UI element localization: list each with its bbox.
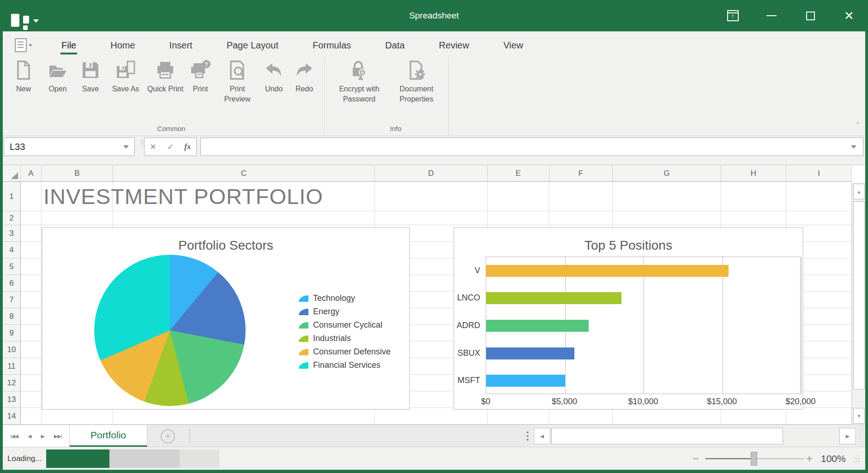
scrollbar-grip[interactable]: ••• (526, 431, 529, 442)
formula-bar-grip[interactable]: ⋮ (139, 141, 143, 145)
tab-view[interactable]: View (502, 38, 524, 53)
cell-E2[interactable] (488, 211, 549, 225)
cell-A14[interactable] (21, 408, 42, 425)
minimize-button[interactable] (761, 5, 782, 26)
collapse-ribbon-icon[interactable]: ˆ (856, 122, 859, 130)
scroll-right-icon[interactable]: ▶ (839, 428, 856, 444)
column-header-b[interactable]: B (42, 165, 113, 182)
zoom-in-button[interactable]: + (806, 447, 813, 470)
scroll-up-icon[interactable]: ▲ (853, 184, 865, 199)
zoom-slider-track-right[interactable] (757, 458, 804, 459)
cell-E14[interactable] (488, 408, 549, 425)
cell-A11[interactable] (21, 358, 42, 375)
zoom-slider-thumb[interactable] (751, 452, 757, 466)
app-menu-button[interactable] (15, 37, 39, 54)
new-button[interactable]: New (7, 55, 40, 122)
next-sheet-icon[interactable]: ▶ (41, 433, 44, 439)
row-header-13[interactable]: 13 (3, 391, 21, 408)
cell-D1[interactable] (375, 182, 488, 211)
save-as-button[interactable]: Save As (105, 55, 146, 122)
row-header-9[interactable]: 9 (3, 325, 21, 341)
horizontal-scrollbar[interactable]: ◀ ▶ (532, 425, 858, 447)
cell-F1[interactable] (549, 182, 613, 211)
column-header-e[interactable]: E (488, 165, 549, 182)
cell-A7[interactable] (21, 292, 42, 308)
cell-I2[interactable] (786, 211, 852, 225)
cell-E1[interactable] (488, 182, 549, 211)
scroll-left-icon[interactable]: ◀ (534, 428, 550, 444)
cell-B14[interactable] (42, 408, 113, 425)
tab-review[interactable]: Review (438, 38, 470, 53)
cell-H2[interactable] (721, 211, 786, 225)
column-header-c[interactable]: C (113, 165, 375, 182)
redo-button[interactable]: Redo (289, 55, 319, 122)
cell-C14[interactable] (113, 408, 375, 425)
last-sheet-icon[interactable]: ▶▶| (54, 433, 62, 439)
row-header-2[interactable]: 2 (3, 211, 21, 225)
tab-data[interactable]: Data (384, 38, 405, 53)
close-button[interactable]: ✕ (838, 5, 860, 26)
column-header-f[interactable]: F (549, 165, 613, 182)
cell-B2[interactable] (42, 211, 113, 225)
cell-I14[interactable] (786, 408, 852, 425)
row-header-1[interactable]: 1 (3, 182, 21, 211)
cell-A5[interactable] (21, 258, 42, 275)
column-header-a[interactable]: A (21, 165, 42, 182)
cell-A6[interactable] (21, 275, 42, 292)
select-all-corner[interactable] (3, 165, 21, 182)
document-properties-button[interactable]: Document Properties (389, 55, 444, 122)
cell-D2[interactable] (375, 211, 488, 225)
cell-A10[interactable] (21, 341, 42, 358)
cell-G2[interactable] (613, 211, 721, 225)
cell-A13[interactable] (21, 391, 42, 408)
cell-A1[interactable] (21, 182, 42, 211)
print-button[interactable]: ?Print (185, 55, 216, 122)
row-header-8[interactable]: 8 (3, 308, 21, 325)
vertical-scrollbar[interactable]: ▲ ▼ (852, 183, 865, 425)
row-header-6[interactable]: 6 (3, 275, 21, 292)
tab-file[interactable]: File (60, 38, 77, 53)
encrypt-with-password-button[interactable]: Encrypt with Password (329, 55, 389, 122)
row-header-4[interactable]: 4 (3, 242, 21, 258)
chevron-down-icon[interactable] (123, 145, 129, 149)
cell-G1[interactable] (613, 182, 721, 211)
cell-D14[interactable] (375, 408, 488, 425)
confirm-entry-icon[interactable]: ✓ (167, 142, 174, 152)
cell-A4[interactable] (21, 242, 42, 258)
bar-chart-object[interactable]: Top 5 Positions VLNCOADRDSBUXMSFT $0$5,0… (453, 227, 803, 410)
print-preview-button[interactable]: Print Preview (216, 55, 259, 122)
row-header-11[interactable]: 11 (3, 358, 21, 375)
cancel-entry-icon[interactable]: ✕ (150, 142, 157, 152)
cell-A2[interactable] (21, 211, 42, 225)
first-sheet-icon[interactable]: |◀◀ (10, 433, 18, 439)
row-header-10[interactable]: 10 (3, 341, 21, 358)
save-button[interactable]: Save (76, 55, 105, 122)
vertical-scrollbar-thumb[interactable] (853, 201, 865, 389)
cell-A12[interactable] (21, 375, 42, 391)
cell-I1[interactable] (786, 182, 852, 211)
cell-H14[interactable] (721, 408, 786, 425)
cell-F14[interactable] (549, 408, 613, 425)
cell-A3[interactable] (21, 225, 42, 242)
row-header-5[interactable]: 5 (3, 258, 21, 275)
cell-C2[interactable] (113, 211, 375, 225)
column-header-g[interactable]: G (613, 165, 721, 182)
cell-A9[interactable] (21, 325, 42, 341)
sheet-tab-portfolio[interactable]: Portfolio (70, 425, 147, 447)
column-header-i[interactable]: I (786, 165, 852, 182)
column-header-d[interactable]: D (375, 165, 488, 182)
undo-button[interactable]: Undo (259, 55, 289, 122)
pie-chart-object[interactable]: Portfolio Sectors TechnologyEnergyConsum… (42, 227, 410, 410)
zoom-out-button[interactable]: − (693, 447, 699, 470)
row-header-12[interactable]: 12 (3, 375, 21, 391)
tab-insert[interactable]: Insert (169, 38, 193, 53)
maximize-button[interactable] (800, 5, 821, 26)
tab-page-layout[interactable]: Page Layout (226, 38, 279, 53)
open-button[interactable]: Open (40, 55, 76, 122)
quick-print-button[interactable]: Quick Print (146, 55, 185, 122)
column-header-h[interactable]: H (721, 165, 786, 182)
cell-H1[interactable] (721, 182, 786, 211)
cell-G14[interactable] (613, 408, 721, 425)
expand-formula-bar-icon[interactable] (851, 145, 856, 149)
horizontal-scrollbar-thumb[interactable] (551, 428, 783, 444)
